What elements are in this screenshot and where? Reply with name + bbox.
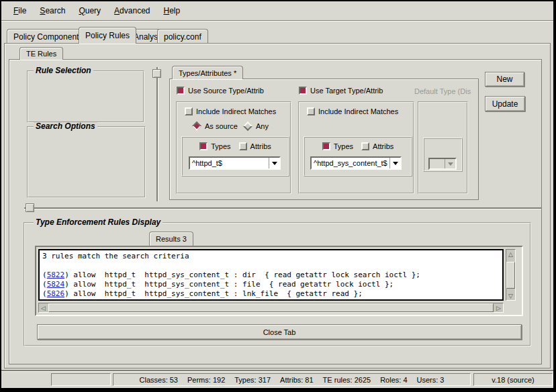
statusbar-separator: [1, 370, 553, 371]
radio-any-label: Any: [256, 122, 269, 130]
horizontal-scrollbar[interactable]: ◁ ▷: [38, 303, 504, 313]
target-types-attribs-row: Types Attribs: [305, 141, 411, 152]
status-roles: Roles: 4: [380, 376, 407, 384]
rule-link-5822[interactable]: 5822: [47, 271, 65, 279]
menu-help-label: H: [163, 6, 169, 15]
rule-3-text: ) allow httpd_t httpd_sys_content_t : ln…: [64, 289, 363, 298]
radio-as-source-diamond: [192, 121, 201, 131]
default-type-combobox-value: [430, 159, 445, 168]
window-border-right: [553, 0, 556, 392]
source-types-attribs-row: Types Attribs: [183, 141, 288, 152]
target-combo-dropdown-arrow-icon[interactable]: [389, 158, 400, 168]
vertical-sash-handle[interactable]: [152, 69, 161, 78]
rule-line-3: (5826) allow httpd_t httpd_sys_content_t…: [42, 289, 500, 299]
checkbox-use-target[interactable]: Use Target Type/Attrib: [299, 85, 383, 96]
rule-1-text: ) allow httpd_t httpd_sys_content_t : di…: [64, 271, 420, 279]
vertical-scrollbar[interactable]: △ ▽: [506, 249, 516, 301]
horizontal-scrollbar-thumb[interactable]: [48, 303, 494, 312]
menu-help-label-rest: elp: [169, 6, 180, 15]
new-button[interactable]: New: [485, 72, 524, 87]
checkbox-target-attribs-box: [361, 142, 369, 150]
search-options-title: Search Options: [34, 122, 97, 131]
blank-line: [42, 261, 500, 271]
source-type-combobox[interactable]: ^httpd_t$: [189, 156, 281, 170]
menu-query-label: Q: [79, 6, 85, 15]
target-type-combobox[interactable]: ^httpd_sys_content_t$: [310, 156, 402, 170]
menu-help[interactable]: Help: [156, 5, 187, 17]
checkbox-source-attribs-label: Attribs: [250, 142, 271, 150]
scroll-left-icon[interactable]: ◁: [39, 303, 48, 312]
rule-2-text: ) allow httpd_t httpd_sys_content_t : fi…: [64, 280, 393, 289]
horizontal-sash[interactable]: [24, 207, 541, 209]
rule-selection-groupbox: [27, 70, 144, 123]
source-combo-dropdown-arrow-icon[interactable]: [269, 158, 279, 168]
default-type-combobox: [428, 158, 457, 170]
tab-policy-components[interactable]: Policy Components: [7, 29, 89, 44]
tab-results-3[interactable]: Results 3: [149, 232, 193, 246]
status-users: Users: 3: [417, 376, 445, 384]
vertical-scrollbar-trough[interactable]: [506, 258, 515, 291]
status-attribs: Attribs: 81: [280, 376, 314, 384]
menu-search[interactable]: Search: [33, 5, 72, 17]
window-border-bottom: [0, 388, 556, 392]
checkbox-target-attribs-label: Attribs: [373, 142, 393, 150]
checkbox-use-source-box: [177, 87, 185, 95]
checkbox-use-target-label: Use Target Type/Attrib: [310, 87, 383, 95]
checkbox-target-indirect-box: [307, 107, 315, 115]
rule-selection-title: Rule Selection: [34, 66, 93, 75]
rule-link-5824[interactable]: 5824: [47, 280, 65, 289]
menu-file-label-rest: ile: [18, 6, 26, 15]
checkbox-target-attribs[interactable]: Attribs: [361, 141, 393, 152]
rule-line-1: (5822) allow httpd_t httpd_sys_content_t…: [42, 271, 500, 280]
menu-advanced-label-rest: dvanced: [120, 6, 150, 15]
checkbox-target-indirect[interactable]: Include Indirect Matches: [307, 106, 398, 117]
target-type-combobox-value: ^httpd_sys_content_t$: [312, 158, 389, 168]
checkbox-source-attribs[interactable]: Attribs: [239, 141, 271, 152]
checkbox-source-types[interactable]: Types: [199, 141, 230, 152]
scroll-right-icon[interactable]: ▷: [494, 303, 503, 312]
status-version-panel: v.18 (source): [473, 373, 553, 386]
results-summary: 3 rules match the search criteria: [42, 252, 500, 261]
status-classes: Classes: 53: [140, 376, 178, 384]
vertical-scrollbar-thumb[interactable]: [506, 262, 515, 289]
horizontal-scrollbar-trough[interactable]: [48, 303, 494, 312]
checkbox-source-types-label: Types: [211, 142, 230, 150]
status-te-rules: TE rules: 2625: [323, 376, 371, 384]
checkbox-target-types-box: [322, 142, 330, 150]
results-text-area[interactable]: 3 rules match the search criteria (5822)…: [38, 249, 504, 301]
scroll-down-icon[interactable]: ▽: [506, 291, 515, 300]
rule-line-2: (5824) allow httpd_t httpd_sys_content_t…: [42, 280, 500, 289]
menu-query-label-rest: uery: [85, 6, 101, 15]
checkbox-source-indirect[interactable]: Include Indirect Matches: [185, 106, 276, 117]
update-button[interactable]: Update: [485, 96, 525, 111]
status-version: v.18 (source): [492, 376, 534, 384]
window-border-top: [0, 0, 556, 1]
menubar: File Search Query Advanced Help: [1, 1, 553, 21]
close-tab-button[interactable]: Close Tab: [37, 324, 522, 340]
tab-policy-conf[interactable]: policy.conf: [157, 29, 208, 44]
checkbox-use-source[interactable]: Use Source Type/Attrib: [177, 85, 264, 96]
radio-as-source[interactable]: As source: [192, 121, 238, 132]
tab-policy-rules[interactable]: Policy Rules: [79, 27, 136, 44]
rule-1-pre: (: [42, 271, 47, 279]
search-options-groupbox: [27, 126, 146, 198]
tab-types-attributes[interactable]: Types/Attributes *: [172, 66, 243, 79]
status-empty-panel: [51, 373, 111, 386]
checkbox-target-types[interactable]: Types: [322, 141, 353, 152]
te-display-title: Type Enforcement Rules Display: [34, 218, 163, 227]
menu-query[interactable]: Query: [72, 5, 107, 17]
menu-advanced[interactable]: Advanced: [107, 5, 156, 17]
checkbox-source-types-box: [199, 142, 207, 150]
checkbox-target-types-label: Types: [334, 142, 353, 150]
checkbox-source-indirect-label: Include Indirect Matches: [196, 107, 276, 115]
checkbox-use-source-label: Use Source Type/Attrib: [188, 87, 264, 95]
default-combo-dropdown-arrow-icon: [445, 159, 455, 168]
scroll-up-icon[interactable]: △: [506, 250, 515, 258]
vertical-sash[interactable]: [156, 67, 158, 201]
horizontal-sash-handle[interactable]: [26, 203, 34, 212]
checkbox-source-attribs-box: [239, 142, 247, 150]
radio-any[interactable]: Any: [243, 121, 269, 132]
menu-file[interactable]: File: [7, 5, 33, 17]
tab-te-rules[interactable]: TE Rules: [19, 47, 63, 60]
rule-link-5826[interactable]: 5826: [47, 289, 65, 298]
